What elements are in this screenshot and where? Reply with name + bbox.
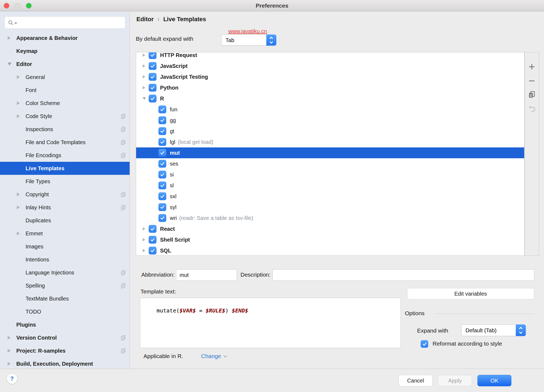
sidebar-item-inlay-hints[interactable]: Inlay Hints [0, 201, 130, 214]
search-options-caret-icon[interactable] [14, 23, 17, 24]
checkbox[interactable] [149, 225, 157, 233]
template-row-gt[interactable]: gt [136, 126, 524, 137]
checkbox[interactable] [158, 160, 166, 168]
expand-arrow-icon[interactable] [8, 362, 11, 366]
sidebar-item-code-style[interactable]: Code Style [0, 110, 130, 123]
sidebar-item-keymap[interactable]: Keymap [0, 45, 130, 58]
sidebar-item-textmate-bundles[interactable]: TextMate Bundles [0, 292, 130, 305]
sidebar-item-file-encodings[interactable]: File Encodings [0, 149, 130, 162]
sidebar-item-live-templates[interactable]: Live Templates [0, 162, 130, 175]
breadcrumb-editor[interactable]: Editor [136, 16, 154, 23]
sidebar-item-color-scheme[interactable]: Color Scheme [0, 97, 130, 110]
sidebar-item-inspections[interactable]: Inspections [0, 123, 130, 136]
sidebar-item-plugins[interactable]: Plugins [0, 318, 130, 331]
expand-arrow-icon[interactable] [143, 86, 145, 89]
template-row-javascript-testing[interactable]: JavaScript Testing [136, 71, 524, 82]
checkbox[interactable] [158, 171, 166, 179]
abbreviation-input[interactable] [176, 269, 237, 281]
sidebar-item-version-control[interactable]: Version Control [0, 331, 130, 344]
checkbox[interactable] [158, 214, 166, 222]
sidebar-item-emmet[interactable]: Emmet [0, 227, 130, 240]
expand-arrow-icon[interactable] [143, 64, 145, 68]
sidebar-item-duplicates[interactable]: Duplicates [0, 214, 130, 227]
template-row-fun[interactable]: fun [136, 104, 524, 115]
template-row-r[interactable]: R [136, 93, 524, 104]
checkbox[interactable] [149, 236, 157, 244]
checkbox[interactable] [158, 116, 166, 124]
sidebar-item-todo[interactable]: TODO [0, 305, 130, 318]
expand-arrow-icon[interactable] [8, 63, 11, 66]
stepper-icon[interactable] [266, 34, 276, 46]
sidebar-item-copyright[interactable]: Copyright [0, 188, 130, 201]
expand-arrow-icon[interactable] [143, 238, 145, 241]
template-row-shell-script[interactable]: Shell Script [136, 234, 524, 245]
sidebar-item-language-injections[interactable]: Language Injections [0, 266, 130, 279]
template-row-javascript[interactable]: JavaScript [136, 61, 524, 71]
template-row-si[interactable]: si [136, 169, 524, 180]
expand-arrow-icon[interactable] [8, 336, 11, 340]
remove-icon[interactable] [527, 77, 536, 86]
sidebar-item-font[interactable]: Font [0, 84, 130, 97]
expand-arrow-icon[interactable] [17, 114, 20, 118]
expand-arrow-icon[interactable] [17, 75, 20, 79]
cancel-button[interactable]: Cancel [399, 375, 433, 386]
checkbox[interactable] [158, 106, 166, 113]
sidebar-item-images[interactable]: Images [0, 240, 130, 253]
template-row-syl[interactable]: syl [136, 202, 524, 213]
checkbox[interactable] [149, 247, 157, 255]
template-row-python[interactable]: Python [136, 82, 524, 93]
checkbox[interactable] [149, 52, 157, 59]
expand-arrow-icon[interactable] [143, 53, 145, 57]
apply-button[interactable]: Apply [438, 375, 472, 386]
template-row-sl[interactable]: sl [136, 180, 524, 191]
template-row-gg[interactable]: gg [136, 115, 524, 126]
stepper-icon[interactable] [516, 324, 526, 336]
checkbox[interactable] [158, 127, 166, 135]
reformat-checkbox[interactable] [421, 340, 428, 348]
sidebar-item-appearance-behavior[interactable]: Appearance & Behavior [0, 31, 130, 45]
expand-with-dropdown[interactable]: Default (Tab) [461, 324, 526, 336]
expand-arrow-icon[interactable] [8, 36, 11, 40]
sidebar-item-build-execution-deployment[interactable]: Build, Execution, Deployment [0, 357, 130, 369]
expand-arrow-icon[interactable] [17, 232, 20, 235]
sidebar-item-project-r-samples[interactable]: Project: R-samples [0, 344, 130, 357]
template-row-react[interactable]: React [136, 223, 524, 234]
search-box[interactable] [4, 16, 126, 29]
checkbox[interactable] [149, 73, 157, 81]
checkbox[interactable] [149, 62, 157, 70]
expand-arrow-icon[interactable] [17, 192, 20, 196]
template-row-sxl[interactable]: sxl [136, 191, 524, 202]
sidebar-item-file-and-code-templates[interactable]: File and Code Templates [0, 136, 130, 149]
expand-arrow-icon[interactable] [143, 75, 145, 78]
template-row-lgl[interactable]: lgl(local get load) [136, 137, 524, 147]
checkbox[interactable] [158, 192, 166, 200]
checkbox[interactable] [158, 138, 166, 146]
template-row-sql[interactable]: SQL [136, 245, 524, 256]
add-icon[interactable] [527, 63, 536, 71]
sidebar-item-general[interactable]: General [0, 71, 130, 84]
checkbox[interactable] [158, 182, 166, 189]
expand-arrow-icon[interactable] [8, 349, 11, 353]
sidebar-item-editor[interactable]: Editor [0, 58, 130, 71]
edit-variables-button[interactable]: Edit variables [407, 288, 534, 299]
template-row-wri[interactable]: wri(readr: Save a table as tsv-file) [136, 213, 524, 223]
checkbox[interactable] [149, 95, 157, 103]
duplicate-icon[interactable] [527, 90, 536, 99]
template-text-editor[interactable]: mutate($VAR$ = $RULE$) $END$ [140, 298, 401, 348]
template-row-http-request[interactable]: HTTP Request [136, 52, 524, 61]
change-context-link[interactable]: Change [201, 353, 226, 359]
ok-button[interactable]: OK [477, 375, 511, 386]
expand-arrow-icon[interactable] [143, 97, 146, 100]
sidebar-item-spelling[interactable]: Spelling [0, 279, 130, 292]
sidebar-item-file-types[interactable]: File Types [0, 175, 130, 188]
template-row-ses[interactable]: ses [136, 158, 524, 169]
expand-arrow-icon[interactable] [143, 249, 145, 252]
help-button[interactable]: ? [7, 373, 17, 384]
sidebar-item-intentions[interactable]: Intentions [0, 253, 130, 266]
template-row-mut[interactable]: mut [136, 147, 524, 158]
search-input[interactable] [19, 17, 123, 28]
expand-arrow-icon[interactable] [17, 101, 20, 105]
checkbox[interactable] [149, 84, 157, 92]
expand-arrow-icon[interactable] [17, 206, 20, 209]
default-expand-dropdown[interactable]: Tab [221, 34, 276, 46]
